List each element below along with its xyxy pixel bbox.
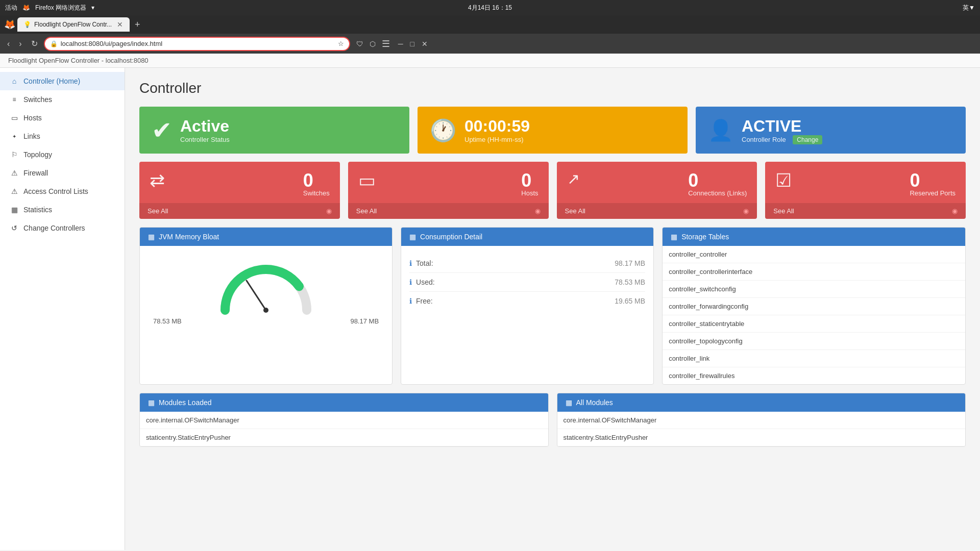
sidebar-item-topology[interactable]: ⚐ Topology [0,145,125,164]
reserved-ports-footer: See All ◉ [765,203,966,219]
connections-footer-icon: ◉ [743,207,749,215]
uptime-card: 🕐 00:00:59 Uptime (HH-mm-ss) [418,107,688,154]
firefox-tab-icon: 🦊 [4,19,15,30]
gauge-labels: 78.53 MB 98.17 MB [148,317,384,325]
controller-status-label: Controller Status [180,136,230,143]
sidebar-item-controller-home[interactable]: ⌂ Controller (Home) [0,72,125,90]
stat-cards-row: ⇄ 0 Switches See All ◉ ▭ 0 Hosts [139,162,966,219]
storage-item-2: controller_controllerinterface [663,263,965,281]
back-button[interactable]: ‹ [4,37,13,51]
free-info-icon: ℹ [409,297,412,305]
sidebar-item-hosts[interactable]: ▭ Hosts [0,109,125,127]
browser-chrome: 🦊 💡 Floodlight OpenFlow Contr... ✕ + ‹ ›… [0,15,980,54]
address-bar[interactable]: 🔒 localhost:8080/ui/pages/index.html ☆ [44,37,350,51]
os-bar-left: 活动 🦊 Firefox 网络浏览器 ▾ [5,4,94,12]
connections-label: Connections (Links) [688,189,747,197]
address-actions: ☆ [338,40,344,47]
reserved-ports-stat-icon: ☑ [775,170,792,191]
all-modules-panel: ▦ All Modules core.internal.OFSwitchMana… [557,393,966,447]
sidebar-item-statistics[interactable]: ▦ Statistics [0,201,125,219]
switches-see-all-link[interactable]: See All [148,207,168,215]
firefox-icon: 🦊 [22,4,30,11]
new-tab-button[interactable]: + [132,19,143,30]
active-tab[interactable]: 💡 Floodlight OpenFlow Contr... ✕ [17,17,130,32]
modules-loaded-item-1: core.internal.OFSwitchManager [140,412,548,429]
window-close[interactable]: ✕ [422,40,428,48]
hosts-see-all-link[interactable]: See All [356,207,377,215]
controller-status-value: Active [180,117,230,136]
consumption-used-value: 78.53 MB [615,278,645,286]
switches-footer-icon: ◉ [326,207,332,215]
sidebar-item-links[interactable]: ✦ Links [0,127,125,145]
jvm-header-icon: ▦ [148,233,155,241]
modules-loaded-header-icon: ▦ [148,398,155,407]
sidebar-label-firewall: Firewall [23,169,48,177]
sidebar-item-switches[interactable]: ≡ Switches [0,90,125,109]
os-dropdown-arrow: ▾ [91,4,94,11]
forward-button[interactable]: › [16,37,24,51]
storage-item-5: controller_staticentrytable [663,315,965,333]
jvm-gauge: 78.53 MB 98.17 MB [148,254,384,330]
gauge-total-label: 98.17 MB [350,317,379,325]
modules-loaded-item-2: staticentry.StaticEntryPusher [140,429,548,446]
os-activities[interactable]: 活动 [5,4,17,12]
change-role-button[interactable]: Change [793,135,822,144]
sidebar-item-acl[interactable]: ⚠ Access Control Lists [0,182,125,201]
clock-icon: 🕐 [430,118,456,143]
switches-footer: See All ◉ [139,203,340,219]
bookmark-icon[interactable]: ☆ [338,40,344,47]
user-icon: 👤 [708,118,733,142]
hosts-stat-card: ▭ 0 Hosts See All ◉ [348,162,549,219]
hosts-footer: See All ◉ [348,203,549,219]
hosts-stat-icon: ▭ [358,170,376,191]
jvm-panel-header: ▦ JVM Memory Bloat [140,228,392,246]
reload-button[interactable]: ↻ [28,37,41,51]
jvm-panel: ▦ JVM Memory Bloat [139,227,393,385]
hosts-footer-icon: ◉ [535,207,541,215]
storage-item-6: controller_topologyconfig [663,333,965,350]
switches-stat-card: ⇄ 0 Switches See All ◉ [139,162,340,219]
sidebar-item-firewall[interactable]: ⚠ Firewall [0,164,125,182]
connections-footer: See All ◉ [557,203,757,219]
address-bar-row: ‹ › ↻ 🔒 localhost:8080/ui/pages/index.ht… [0,34,980,54]
menu-icon[interactable]: ☰ [382,38,390,49]
controller-role-value: ACTIVE [742,117,822,136]
storage-panel-body: controller_controller controller_control… [663,246,965,384]
page-title: Controller [139,80,966,96]
storage-item-8: controller_firewallrules [663,367,965,384]
jvm-header-title: JVM Memory Bloat [159,233,219,241]
links-icon: ✦ [10,134,18,139]
window-minimize[interactable]: ─ [398,40,403,48]
jvm-panel-body: 78.53 MB 98.17 MB [140,246,392,338]
consumption-total-row: ℹ Total: 98.17 MB [409,254,645,273]
storage-panel: ▦ Storage Tables controller_controller c… [662,227,966,385]
consumption-used-label: Used: [416,278,435,286]
reserved-ports-see-all-link[interactable]: See All [773,207,794,215]
page-browser-title: Floodlight OpenFlow Controller - localho… [8,57,149,64]
reserved-ports-stat-card: ☑ 0 Reserved Ports See All ◉ [765,162,966,219]
switches-count: 0 [303,170,330,191]
tab-title: Floodlight OpenFlow Contr... [34,21,112,28]
modules-loaded-body: core.internal.OFSwitchManager staticentr… [140,412,548,446]
panels-row: ▦ JVM Memory Bloat [139,227,966,385]
shield-icon: 🛡 [356,40,363,48]
storage-item-4: controller_forwardingconfig [663,298,965,315]
sidebar-label-acl: Access Control Lists [23,187,88,195]
storage-item-1: controller_controller [663,246,965,263]
uptime-value: 00:00:59 [464,117,530,136]
connections-see-all-link[interactable]: See All [565,207,585,215]
all-modules-header-title: All Modules [576,398,613,407]
window-maximize[interactable]: □ [410,40,414,48]
all-modules-header-icon: ▦ [566,398,572,407]
home-icon: ⌂ [10,77,18,85]
storage-item-7: controller_link [663,350,965,367]
acl-icon: ⚠ [10,187,18,195]
hosts-count: 0 [521,170,538,191]
topology-icon: ⚐ [10,151,18,159]
browser-header-strip: Floodlight OpenFlow Controller - localho… [0,54,980,68]
sidebar: ⌂ Controller (Home) ≡ Switches ▭ Hosts ✦… [0,68,125,550]
hosts-icon: ▭ [10,114,18,122]
tab-close-button[interactable]: ✕ [117,20,123,29]
consumption-panel-body: ℹ Total: 98.17 MB ℹ Used: 78.53 MB [401,246,653,318]
sidebar-item-change-controllers[interactable]: ↺ Change Controllers [0,219,125,237]
